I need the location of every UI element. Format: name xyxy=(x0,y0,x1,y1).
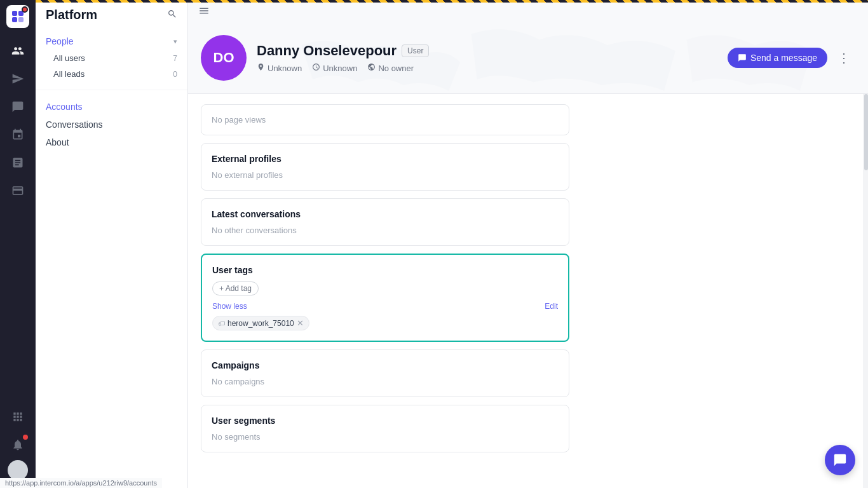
people-label: People xyxy=(46,36,170,46)
add-tag-button[interactable]: + Add tag xyxy=(212,281,259,295)
user-segments-empty: No segments xyxy=(212,432,559,442)
sidebar-subitem-all-users[interactable]: All users 7 xyxy=(36,50,187,66)
user-name-row: Danny Onselevepour User xyxy=(257,43,717,59)
latest-conversations-card: Latest conversations No other conversati… xyxy=(201,198,569,246)
all-leads-label: All leads xyxy=(53,69,173,79)
timezone-value: Unknown xyxy=(323,64,357,73)
campaigns-nav-icon[interactable] xyxy=(5,66,31,92)
user-actions: Send a message ⋮ xyxy=(728,48,855,68)
user-full-name: Danny Onselevepour xyxy=(257,43,397,59)
tag-remove-button[interactable]: ✕ xyxy=(297,318,304,328)
scrollable-content: No page views External profiles No exter… xyxy=(188,94,863,488)
notification-dot xyxy=(22,6,28,13)
messages-nav-icon[interactable] xyxy=(5,94,31,119)
user-info: Danny Onselevepour User Unknown xyxy=(257,43,717,73)
page-views-card: No page views xyxy=(201,104,569,135)
globe-icon xyxy=(367,63,376,73)
icon-nav xyxy=(0,0,36,488)
tag-list: 🏷 herow_work_75010 ✕ xyxy=(212,316,558,330)
add-tag-label: + Add tag xyxy=(219,284,252,293)
user-meta: Unknown Unknown xyxy=(257,63,717,73)
sidebar-item-people[interactable]: People ▾ xyxy=(36,32,187,50)
svg-rect-2 xyxy=(12,17,17,22)
all-users-count: 7 xyxy=(173,54,177,63)
sidebar-title: Platform xyxy=(46,8,97,22)
main-content: DO Danny Onselevepour User Unknown xyxy=(188,0,868,488)
scrollbar xyxy=(863,94,868,488)
chat-fab-button[interactable] xyxy=(825,445,855,475)
about-label: About xyxy=(46,137,177,147)
edit-tags-button[interactable]: Edit xyxy=(545,302,558,311)
owner-value: No owner xyxy=(378,64,414,73)
inbox-nav-icon[interactable] xyxy=(5,178,31,203)
edit-label: Edit xyxy=(545,302,558,311)
user-owner: No owner xyxy=(367,63,414,73)
sidebar-item-about[interactable]: About xyxy=(36,133,187,151)
apps-nav-icon[interactable] xyxy=(5,404,31,430)
latest-conversations-empty: No other conversations xyxy=(212,226,559,235)
user-profile-section: DO Danny Onselevepour User Unknown xyxy=(188,25,868,93)
top-bar xyxy=(188,0,868,25)
campaigns-card: Campaigns No campaigns xyxy=(201,349,569,397)
external-profiles-empty: No external profiles xyxy=(212,170,559,180)
user-tags-card: User tags + Add tag Show less Edit 🏷 her… xyxy=(201,254,569,342)
user-avatar: DO xyxy=(201,35,247,81)
page-views-empty: No page views xyxy=(212,115,559,125)
svg-rect-0 xyxy=(12,11,17,16)
clock-icon xyxy=(312,63,320,73)
tag-actions-row: Show less Edit xyxy=(212,302,558,311)
notifications-nav-icon[interactable] xyxy=(5,432,31,458)
sidebar: Platform People ▾ All users 7 All leads … xyxy=(36,0,188,488)
conversations-label: Conversations xyxy=(46,119,177,130)
user-timezone: Unknown xyxy=(312,63,357,73)
scrollbar-thumb xyxy=(864,94,868,170)
user-location: Unknown xyxy=(257,63,302,73)
search-icon[interactable] xyxy=(167,9,177,22)
url-bar: https://app.intercom.io/a/apps/u212riw9/… xyxy=(0,478,162,488)
user-tags-title: User tags xyxy=(212,265,558,275)
user-role-badge: User xyxy=(402,44,429,57)
all-users-label: All users xyxy=(53,53,173,63)
campaigns-title: Campaigns xyxy=(212,360,559,370)
logo-icon[interactable] xyxy=(6,5,29,28)
top-section: DO Danny Onselevepour User Unknown xyxy=(188,0,868,94)
tag-icon: 🏷 xyxy=(218,320,225,327)
show-less-label: Show less xyxy=(212,302,247,311)
tag-value: herow_work_75010 xyxy=(227,319,294,328)
analytics-nav-icon[interactable] xyxy=(5,150,31,175)
content-area: No page views External profiles No exter… xyxy=(188,94,868,488)
nav-section: Accounts Conversations About xyxy=(36,95,187,154)
external-profiles-card: External profiles No external profiles xyxy=(201,143,569,191)
tag-item: 🏷 herow_work_75010 ✕ xyxy=(212,316,309,330)
sidebar-item-accounts[interactable]: Accounts xyxy=(36,98,187,116)
location-value: Unknown xyxy=(268,64,302,73)
more-options-button[interactable]: ⋮ xyxy=(832,48,855,68)
user-initials: DO xyxy=(214,50,234,66)
svg-rect-3 xyxy=(18,17,24,22)
user-segments-title: User segments xyxy=(212,416,559,426)
sidebar-item-conversations[interactable]: Conversations xyxy=(36,116,187,133)
sidebar-subitem-all-leads[interactable]: All leads 0 xyxy=(36,66,187,82)
sidebar-divider xyxy=(36,90,187,90)
url-text: https://app.intercom.io/a/apps/u212riw9/… xyxy=(5,479,157,487)
location-icon xyxy=(257,63,265,73)
campaigns-empty: No campaigns xyxy=(212,377,559,386)
latest-conversations-title: Latest conversations xyxy=(212,209,559,219)
send-message-button[interactable]: Send a message xyxy=(728,48,827,68)
hamburger-icon[interactable] xyxy=(198,5,210,20)
external-profiles-title: External profiles xyxy=(212,154,559,164)
user-segments-card: User segments No segments xyxy=(201,405,569,452)
people-section: People ▾ All users 7 All leads 0 xyxy=(36,30,187,85)
saved-replies-nav-icon[interactable] xyxy=(5,122,31,147)
send-message-label: Send a message xyxy=(750,53,817,63)
sidebar-header: Platform xyxy=(36,8,187,30)
all-leads-count: 0 xyxy=(173,70,177,79)
warning-bar xyxy=(36,0,868,3)
more-icon: ⋮ xyxy=(837,51,850,65)
people-nav-icon[interactable] xyxy=(5,38,31,64)
show-less-button[interactable]: Show less xyxy=(212,302,247,311)
chevron-down-icon: ▾ xyxy=(173,37,177,46)
notification-badge xyxy=(23,435,28,440)
accounts-label: Accounts xyxy=(46,102,177,112)
